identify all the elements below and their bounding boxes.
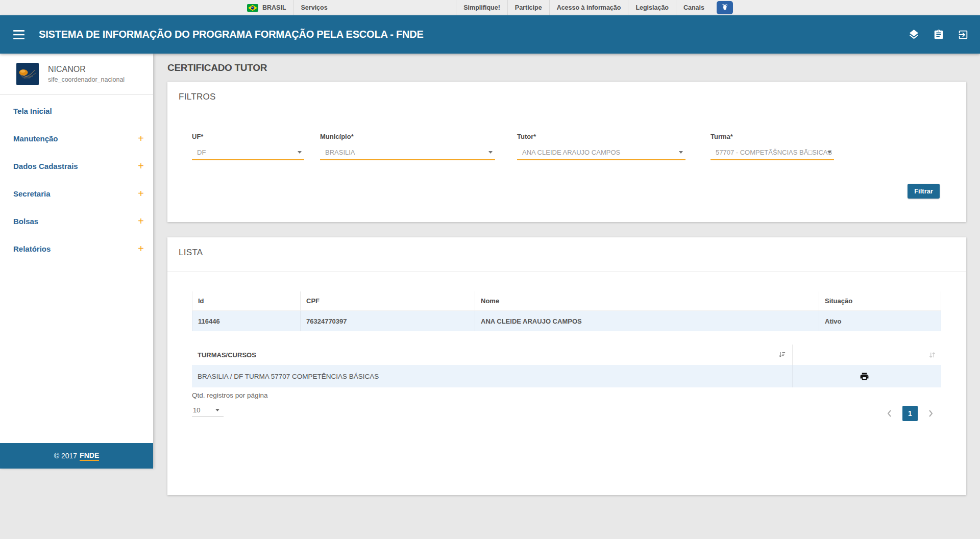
per-page-value: 10 bbox=[193, 406, 200, 414]
filtrar-button[interactable]: Filtrar bbox=[908, 184, 940, 199]
municipio-label: Município* bbox=[320, 133, 495, 140]
sidebar-footer: © 2017 FNDE bbox=[0, 443, 153, 469]
gov-link-canais[interactable]: Canais bbox=[676, 0, 712, 15]
chevron-left-icon[interactable] bbox=[885, 407, 894, 420]
gov-link-acesso-informacao[interactable]: Acesso à informação bbox=[549, 0, 628, 15]
expand-plus-icon: + bbox=[138, 243, 144, 254]
app-header: SISTEMA DE INFORMAÇÃO DO PROGRAMA FORMAÇ… bbox=[0, 15, 980, 54]
expand-plus-icon: + bbox=[138, 216, 144, 226]
col-header-id: Id bbox=[192, 291, 300, 311]
cell-cpf: 76324770397 bbox=[300, 311, 475, 331]
col-header-situacao: Situação bbox=[819, 291, 941, 311]
municipio-select[interactable]: Município* BRASILIA bbox=[320, 133, 495, 160]
municipio-value: BRASILIA bbox=[325, 149, 355, 156]
sidebar: NICANOR sife_coordenador_nacional Tela I… bbox=[0, 54, 153, 469]
table-row[interactable]: 116446 76324770397 ANA CLEIDE ARAUJO CAM… bbox=[192, 311, 941, 331]
sidebar-item-manutencao[interactable]: Manutenção + bbox=[0, 125, 153, 152]
col-header-turmas-cursos: TURMAS/CURSOS bbox=[198, 351, 256, 359]
sidebar-item-dados-cadastrais[interactable]: Dados Cadastrais + bbox=[0, 152, 153, 180]
menu-icon[interactable] bbox=[10, 27, 28, 42]
copyright-text: © 2017 bbox=[54, 452, 77, 460]
avatar bbox=[16, 63, 39, 85]
pagination: 1 bbox=[885, 406, 936, 421]
cell-nome: ANA CLEIDE ARAUJO CAMPOS bbox=[475, 311, 819, 331]
user-name: NICANOR bbox=[48, 65, 125, 74]
page-number-button[interactable]: 1 bbox=[902, 406, 918, 421]
page-title: CERTIFICADO TUTOR bbox=[167, 62, 966, 74]
gov-link-participe[interactable]: Participe bbox=[507, 0, 549, 15]
subtable-header-row: TURMAS/CURSOS bbox=[192, 345, 941, 365]
table-header-row: Id CPF Nome Situação bbox=[192, 291, 941, 311]
sidebar-item-relatorios[interactable]: Relatórios + bbox=[0, 235, 153, 262]
chevron-down-icon bbox=[827, 151, 831, 154]
accessibility-libras-icon[interactable] bbox=[712, 0, 733, 15]
sidebar-item-bolsas[interactable]: Bolsas + bbox=[0, 207, 153, 235]
expand-plus-icon: + bbox=[138, 161, 144, 171]
sidebar-menu: Tela Inicial Manutenção + Dados Cadastra… bbox=[0, 95, 153, 443]
print-icon[interactable] bbox=[860, 372, 869, 381]
logout-icon[interactable] bbox=[958, 29, 969, 40]
main-content: CERTIFICADO TUTOR FILTROS UF* DF Municíp… bbox=[153, 54, 980, 495]
chevron-down-icon bbox=[215, 409, 219, 411]
cell-situacao: Ativo bbox=[819, 311, 941, 331]
uf-label: UF* bbox=[192, 133, 304, 140]
gov-link-servicos[interactable]: Serviços bbox=[293, 0, 335, 15]
list-title: LISTA bbox=[179, 248, 203, 258]
list-card: LISTA Id CPF Nome Situação 116446 763247… bbox=[167, 237, 966, 495]
cell-id: 116446 bbox=[192, 311, 300, 331]
user-block: NICANOR sife_coordenador_nacional bbox=[0, 54, 153, 95]
filters-title: FILTROS bbox=[179, 92, 216, 102]
turma-value: 57707 - COMPETÃŠNCIAS BÃ□SICAS bbox=[716, 149, 832, 156]
turma-label: Turma* bbox=[710, 133, 834, 140]
gov-brand-brasil[interactable]: BRASIL bbox=[262, 4, 286, 11]
gov-link-legislacao[interactable]: Legislação bbox=[628, 0, 676, 15]
chevron-down-icon bbox=[679, 151, 683, 154]
fnde-link[interactable]: FNDE bbox=[80, 451, 99, 461]
chevron-down-icon bbox=[488, 151, 493, 154]
tutor-label: Tutor* bbox=[517, 133, 685, 140]
per-page-select[interactable]: 10 bbox=[192, 404, 224, 417]
tutor-select[interactable]: Tutor* ANA CLEIDE ARAUJO CAMPOS bbox=[517, 133, 685, 160]
turma-select[interactable]: Turma* 57707 - COMPETÃŠNCIAS BÃ□SICAS bbox=[710, 133, 834, 160]
gov-link-simplifique[interactable]: Simplifique! bbox=[456, 0, 507, 15]
tutor-value: ANA CLEIDE ARAUJO CAMPOS bbox=[522, 149, 620, 156]
gov-bar: BRASIL Serviços Simplifique! Participe A… bbox=[0, 0, 980, 15]
sidebar-item-secretaria[interactable]: Secretaria + bbox=[0, 180, 153, 207]
chevron-right-icon[interactable] bbox=[926, 407, 936, 420]
uf-value: DF bbox=[197, 149, 206, 156]
turma-row-label: BRASILIA / DF TURMA 57707 COMPETÊNCIAS B… bbox=[192, 365, 792, 387]
expand-plus-icon: + bbox=[138, 188, 144, 199]
layers-icon[interactable] bbox=[908, 29, 920, 40]
sidebar-item-tela-inicial[interactable]: Tela Inicial bbox=[0, 97, 153, 125]
uf-select[interactable]: UF* DF bbox=[192, 133, 304, 160]
app-title: SISTEMA DE INFORMAÇÃO DO PROGRAMA FORMAÇ… bbox=[39, 29, 424, 40]
user-role: sife_coordenador_nacional bbox=[48, 76, 125, 83]
clipboard-icon[interactable] bbox=[933, 29, 944, 40]
divider bbox=[167, 271, 966, 272]
turma-row[interactable]: BRASILIA / DF TURMA 57707 COMPETÊNCIAS B… bbox=[192, 365, 941, 387]
sort-amount-icon[interactable] bbox=[778, 351, 786, 359]
filters-card: FILTROS UF* DF Município* BRASILIA Tutor… bbox=[167, 82, 966, 222]
per-page-label: Qtd. registros por página bbox=[192, 391, 268, 399]
chevron-down-icon bbox=[298, 151, 302, 154]
turmas-subtable: TURMAS/CURSOS BRASILIA / DF TURMA 57707 … bbox=[192, 345, 941, 387]
col-header-cpf: CPF bbox=[300, 291, 475, 311]
col-header-nome: Nome bbox=[475, 291, 819, 311]
expand-plus-icon: + bbox=[138, 133, 144, 143]
brazil-flag-icon bbox=[247, 4, 258, 12]
tutor-table: Id CPF Nome Situação 116446 76324770397 … bbox=[192, 291, 941, 331]
sort-arrows-icon[interactable] bbox=[928, 351, 936, 359]
